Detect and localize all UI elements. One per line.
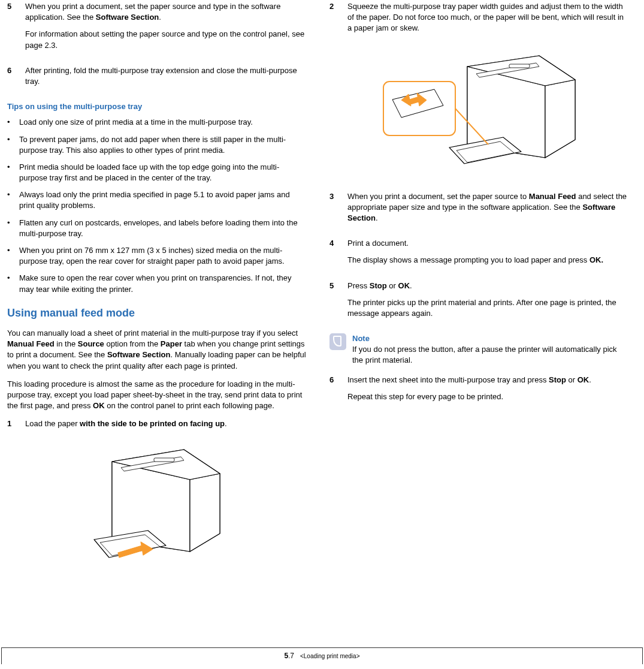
tip-item: •Print media should be loaded face up wi… — [7, 162, 307, 183]
note-label: Note — [352, 333, 629, 344]
step-number: 4 — [329, 238, 340, 272]
printer-illustration-load-paper — [7, 444, 307, 569]
step-number: 3 — [329, 191, 340, 230]
step-number: 6 — [7, 65, 18, 93]
step-number: 6 — [329, 375, 340, 408]
step-number: 1 — [7, 418, 18, 435]
note-block: Note If you do not press the button, aft… — [329, 333, 629, 366]
bullet-icon: • — [7, 218, 13, 239]
note-icon — [329, 333, 346, 350]
step-number: 2 — [329, 1, 340, 40]
tip-item: •When you print on 76 mm x 127 mm (3 x 5… — [7, 245, 307, 267]
bullet-icon: • — [7, 245, 13, 267]
bullet-icon: • — [7, 162, 13, 183]
left-column: 5 When you print a document, set the pap… — [7, 1, 307, 580]
step-text: The display shows a message prompting yo… — [347, 255, 629, 266]
bullet-icon: • — [7, 273, 13, 294]
step-4: 4 Print a document. The display shows a … — [329, 238, 629, 272]
note-text: If you do not press the button, after a … — [352, 344, 629, 366]
printer-illustration-squeeze-guides — [329, 49, 629, 180]
footer-page: 7 — [290, 652, 294, 660]
step-6-right: 6 Insert the next sheet into the multi-p… — [329, 375, 629, 408]
step-5-right: 5 Press Stop or OK. The printer picks up… — [329, 281, 629, 326]
tip-item: •Always load only the print media specif… — [7, 189, 307, 211]
bullet-icon: • — [7, 134, 13, 156]
step-text: Repeat this step for every page to be pr… — [347, 391, 629, 402]
step-text: For information about setting the paper … — [25, 29, 307, 50]
step-text: Load the paper with the side to be print… — [25, 418, 307, 429]
step-number: 5 — [329, 281, 340, 326]
svg-rect-0 — [154, 458, 174, 462]
step-5: 5 When you print a document, set the pap… — [7, 1, 307, 57]
step-1: 1 Load the paper with the side to be pri… — [7, 418, 307, 435]
tips-heading: Tips on using the multi-purpose tray — [7, 101, 307, 112]
step-3: 3 When you print a document, set the pap… — [329, 191, 629, 230]
tip-item: •To prevent paper jams, do not add paper… — [7, 134, 307, 156]
tip-item: •Load only one size of print media at a … — [7, 117, 307, 128]
step-text: Press Stop or OK. — [347, 281, 629, 291]
step-number: 5 — [7, 1, 18, 57]
page-footer: 5.7 <Loading print media> — [285, 651, 360, 661]
step-text: When you print a document, set the paper… — [347, 191, 629, 224]
step-2: 2 Squeeze the multi-purpose tray paper w… — [329, 1, 629, 40]
svg-rect-1 — [509, 64, 530, 68]
tip-item: •Make sure to open the rear cover when y… — [7, 273, 307, 294]
page-footer-frame: 5.7 <Loading print media> — [1, 647, 643, 664]
bullet-icon: • — [7, 189, 13, 211]
tip-item: •Flatten any curl on postcards, envelope… — [7, 218, 307, 239]
body-paragraph: You can manually load a sheet of print m… — [7, 328, 307, 372]
step-text: When you print a document, set the paper… — [25, 1, 307, 23]
footer-title: <Loading print media> — [300, 652, 360, 661]
step-text: After printing, fold the multi-purpose t… — [25, 65, 307, 87]
section-heading: Using manual feed mode — [7, 306, 307, 321]
bullet-icon: • — [7, 117, 13, 128]
body-paragraph: This loading procedure is almost the sam… — [7, 379, 307, 412]
step-text: The printer picks up the print material … — [347, 297, 629, 319]
step-text: Squeeze the multi-purpose tray paper wid… — [347, 1, 629, 34]
step-text: Print a document. — [347, 238, 629, 249]
step-6: 6 After printing, fold the multi-purpose… — [7, 65, 307, 93]
right-column: 2 Squeeze the multi-purpose tray paper w… — [329, 1, 629, 580]
step-text: Insert the next sheet into the multi-pur… — [347, 375, 629, 385]
